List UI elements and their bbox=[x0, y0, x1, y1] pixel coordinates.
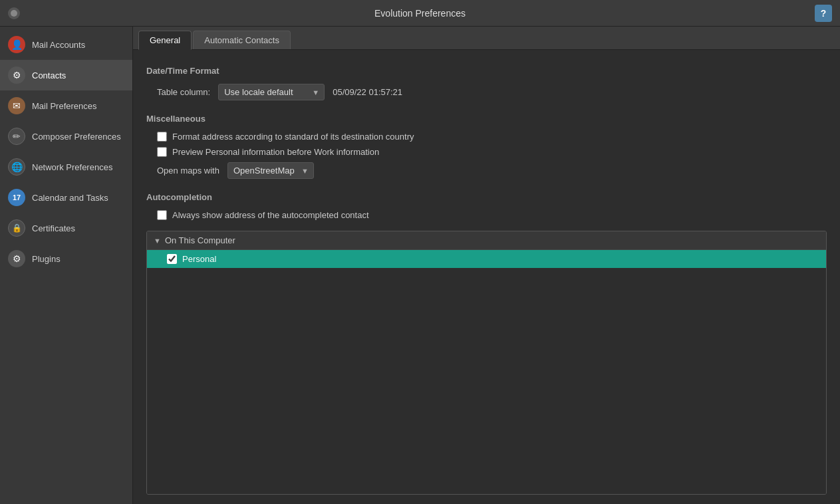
main-layout: 👤 Mail Accounts ⚙ Contacts ✉ Mail Prefer… bbox=[0, 27, 840, 504]
miscellaneous-section-header: Miscellaneous bbox=[146, 114, 827, 124]
datetime-preview: 05/09/22 01:57:21 bbox=[333, 87, 402, 97]
tab-general[interactable]: General bbox=[138, 31, 192, 50]
autocompletion-section: Autocompletion Always show address of th… bbox=[146, 192, 827, 220]
datetime-section-header: Date/Time Format bbox=[146, 66, 827, 76]
sidebar-item-certificates[interactable]: 🔒 Certificates bbox=[0, 213, 132, 243]
checkbox-row-format-address: Format address according to standard of … bbox=[157, 132, 827, 142]
network-icon: 🌐 bbox=[8, 158, 25, 176]
checkbox-row-preview-personal: Preview Personal information before Work… bbox=[157, 147, 827, 157]
tree-group-label: On This Computer bbox=[165, 235, 235, 245]
maps-select-wrapper: OpenStreetMap Google Maps ▼ bbox=[227, 162, 314, 179]
sidebar-label-composer-preferences: Composer Preferences bbox=[32, 132, 121, 142]
open-maps-label: Open maps with bbox=[157, 166, 219, 176]
sidebar-label-mail-preferences: Mail Preferences bbox=[32, 101, 97, 111]
autocompletion-checkbox[interactable] bbox=[157, 210, 167, 220]
autocompletion-section-header: Autocompletion bbox=[146, 192, 827, 202]
sidebar-item-mail-accounts[interactable]: 👤 Mail Accounts bbox=[0, 29, 132, 60]
sidebar-label-network-preferences: Network Preferences bbox=[32, 162, 112, 172]
mail-accounts-icon: 👤 bbox=[8, 36, 25, 53]
datetime-format-row: Table column: Use locale default Custom … bbox=[157, 84, 827, 100]
sidebar-label-contacts: Contacts bbox=[32, 70, 66, 80]
content-area: General Automatic Contacts Date/Time For… bbox=[133, 27, 840, 504]
tree-empty-area bbox=[147, 268, 826, 494]
mail-prefs-icon: ✉ bbox=[8, 97, 25, 114]
tab-automatic-contacts[interactable]: Automatic Contacts bbox=[193, 31, 291, 49]
preview-personal-checkbox[interactable] bbox=[157, 147, 167, 157]
checkbox-row-autocompletion: Always show address of the autocompleted… bbox=[157, 210, 827, 220]
close-button[interactable] bbox=[8, 7, 20, 19]
miscellaneous-section: Miscellaneous Format address according t… bbox=[146, 114, 827, 179]
table-column-label: Table column: bbox=[157, 87, 210, 97]
tree-arrow-icon: ▼ bbox=[154, 237, 161, 245]
sidebar-label-certificates: Certificates bbox=[32, 223, 75, 233]
datetime-format-select[interactable]: Use locale default Custom bbox=[218, 84, 325, 100]
tree-item-personal[interactable]: Personal bbox=[147, 250, 826, 268]
plugins-icon: ⚙ bbox=[8, 250, 25, 267]
personal-checkbox[interactable] bbox=[167, 254, 177, 264]
contacts-icon: ⚙ bbox=[8, 66, 25, 84]
calendar-icon: 17 bbox=[8, 189, 25, 206]
tab-bar: General Automatic Contacts bbox=[133, 27, 840, 50]
contacts-tree: ▼ On This Computer Personal bbox=[146, 231, 827, 495]
format-address-checkbox[interactable] bbox=[157, 132, 167, 142]
certificates-icon: 🔒 bbox=[8, 219, 25, 237]
help-icon: ? bbox=[821, 8, 827, 19]
autocompletion-label: Always show address of the autocompleted… bbox=[172, 210, 369, 220]
datetime-select-wrapper: Use locale default Custom ▼ bbox=[218, 84, 325, 100]
content-body: Date/Time Format Table column: Use local… bbox=[133, 50, 840, 504]
personal-label: Personal bbox=[182, 254, 216, 264]
titlebar: Evolution Preferences ? bbox=[0, 0, 840, 27]
sidebar-item-mail-preferences[interactable]: ✉ Mail Preferences bbox=[0, 90, 132, 121]
sidebar-item-contacts[interactable]: ⚙ Contacts bbox=[0, 60, 132, 90]
sidebar-label-mail-accounts: Mail Accounts bbox=[32, 40, 85, 50]
sidebar-item-plugins[interactable]: ⚙ Plugins bbox=[0, 243, 132, 274]
maps-row: Open maps with OpenStreetMap Google Maps… bbox=[157, 162, 827, 179]
sidebar-label-plugins: Plugins bbox=[32, 254, 61, 264]
tree-group-on-this-computer[interactable]: ▼ On This Computer bbox=[147, 231, 826, 250]
sidebar: 👤 Mail Accounts ⚙ Contacts ✉ Mail Prefer… bbox=[0, 27, 133, 504]
help-button[interactable]: ? bbox=[815, 5, 832, 22]
sidebar-label-calendar-and-tasks: Calendar and Tasks bbox=[32, 193, 108, 203]
sidebar-item-calendar-and-tasks[interactable]: 17 Calendar and Tasks bbox=[0, 182, 132, 213]
preview-personal-label: Preview Personal information before Work… bbox=[172, 147, 379, 157]
composer-icon: ✏ bbox=[8, 128, 25, 145]
close-icon bbox=[11, 10, 17, 17]
maps-select[interactable]: OpenStreetMap Google Maps bbox=[227, 162, 314, 179]
sidebar-item-composer-preferences[interactable]: ✏ Composer Preferences bbox=[0, 121, 132, 152]
format-address-label: Format address according to standard of … bbox=[172, 132, 414, 142]
window-title: Evolution Preferences bbox=[374, 8, 466, 19]
sidebar-item-network-preferences[interactable]: 🌐 Network Preferences bbox=[0, 152, 132, 182]
